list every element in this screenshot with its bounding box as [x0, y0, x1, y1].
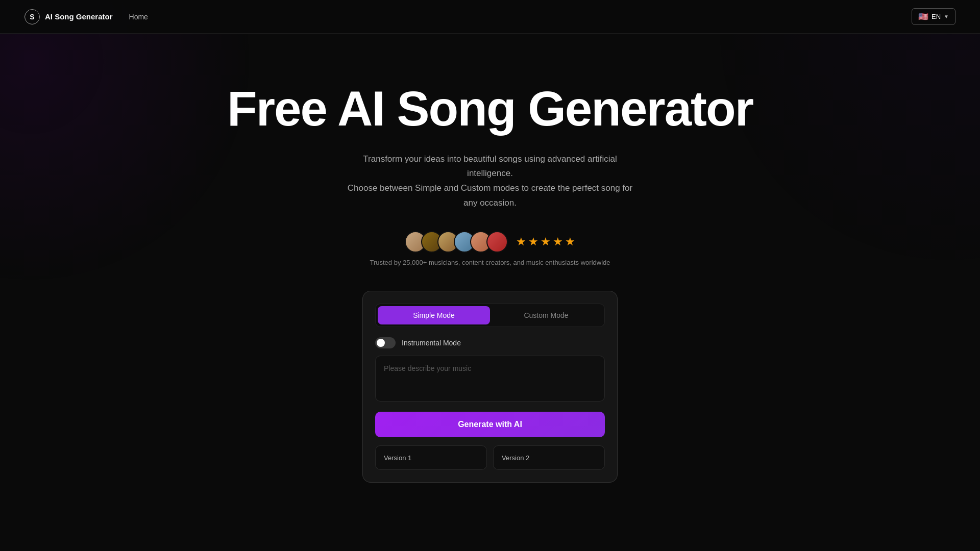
- music-description-input[interactable]: [375, 356, 605, 402]
- navbar: S AI Song Generator Home 🇺🇸 EN ▼: [0, 0, 980, 34]
- star-3: ★: [541, 235, 551, 248]
- app-name: AI Song Generator: [45, 12, 113, 21]
- version-1-label: Version 1: [384, 454, 411, 462]
- logo[interactable]: S AI Song Generator: [24, 9, 113, 24]
- tab-custom-mode[interactable]: Custom Mode: [490, 306, 602, 324]
- version-card-1: Version 1: [375, 445, 487, 470]
- mode-tabs: Simple Mode Custom Mode: [375, 304, 605, 327]
- social-proof: ★ ★ ★ ★ ★: [405, 231, 575, 253]
- chevron-down-icon: ▼: [944, 14, 949, 19]
- lang-code: EN: [932, 13, 941, 20]
- logo-icon: S: [24, 9, 40, 24]
- main-content: Free AI Song Generator Transform your id…: [0, 0, 980, 503]
- instrumental-label: Instrumental Mode: [402, 339, 461, 347]
- version-2-label: Version 2: [502, 454, 529, 462]
- trusted-text: Trusted by 25,000+ musicians, content cr…: [370, 259, 610, 266]
- instrumental-toggle[interactable]: [375, 337, 396, 348]
- star-4: ★: [553, 235, 563, 248]
- star-5: ★: [565, 235, 575, 248]
- navbar-left: S AI Song Generator Home: [24, 9, 148, 24]
- hero-title: Free AI Song Generator: [227, 82, 753, 136]
- star-2: ★: [528, 235, 538, 248]
- generator-card: Simple Mode Custom Mode Instrumental Mod…: [362, 291, 618, 483]
- version-card-2: Version 2: [493, 445, 605, 470]
- toggle-knob: [377, 339, 385, 347]
- language-selector[interactable]: 🇺🇸 EN ▼: [912, 8, 955, 25]
- hero-subtitle: Transform your ideas into beautiful song…: [342, 152, 638, 211]
- version-cards-row: Version 1 Version 2: [375, 445, 605, 470]
- generate-button[interactable]: Generate with AI: [375, 412, 605, 437]
- avatar: [486, 231, 508, 253]
- hero-section: Free AI Song Generator Transform your id…: [203, 41, 777, 503]
- nav-home-link[interactable]: Home: [129, 13, 148, 21]
- star-1: ★: [516, 235, 526, 248]
- toggle-track: [375, 337, 396, 348]
- instrumental-row: Instrumental Mode: [375, 337, 605, 348]
- avatar-group: [405, 231, 508, 253]
- tab-simple-mode[interactable]: Simple Mode: [378, 306, 490, 324]
- star-rating: ★ ★ ★ ★ ★: [516, 235, 575, 248]
- flag-icon: 🇺🇸: [918, 12, 928, 21]
